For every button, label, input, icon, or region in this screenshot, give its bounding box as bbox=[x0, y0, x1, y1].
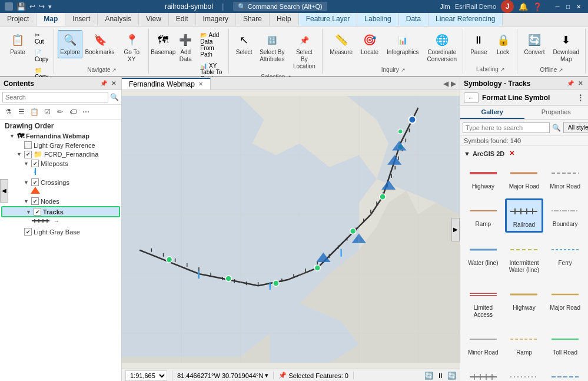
layer-light-gray-base[interactable]: ▶ ✔ Light Gray Base bbox=[0, 227, 121, 236]
checkbox-mileposts[interactable]: ✔ bbox=[31, 160, 39, 167]
tab-labeling[interactable]: Labeling bbox=[357, 13, 398, 26]
checkbox-light-gray-base[interactable]: ✔ bbox=[24, 228, 32, 236]
quick-access-save[interactable]: 💾 bbox=[16, 2, 26, 11]
quick-access-undo[interactable]: ↩ bbox=[29, 2, 35, 11]
locate-button[interactable]: 🎯 Locate bbox=[357, 30, 382, 58]
sym-left-collapse-button[interactable]: ◀ bbox=[0, 179, 8, 203]
sym-scroll-area[interactable]: ▼ ArcGIS 2D ✕ Highway bbox=[460, 146, 588, 381]
tab-share[interactable]: Share bbox=[236, 13, 270, 26]
tab-project[interactable]: Project bbox=[0, 13, 36, 26]
sym-search-input[interactable] bbox=[463, 122, 550, 133]
measure-button[interactable]: 📏 Measure bbox=[326, 30, 356, 58]
sym-group-expand-icon[interactable]: ▼ bbox=[464, 150, 470, 157]
expand-fcrd[interactable]: ▼ bbox=[16, 151, 22, 157]
sym-item-highway2[interactable]: Highway bbox=[505, 282, 544, 322]
explore-button[interactable]: 🔍 Explore bbox=[58, 30, 82, 58]
layer-fernandina-webmap[interactable]: ▼ 🗺 Fernandina Webmap bbox=[0, 131, 121, 141]
notification-icon[interactable]: 🔔 bbox=[519, 2, 528, 11]
contents-list-by-source[interactable]: 📋 bbox=[28, 106, 40, 118]
select-by-location-button[interactable]: 📌 Select ByLocation bbox=[289, 30, 320, 72]
sym-back-button[interactable]: ← bbox=[464, 92, 479, 103]
convert-button[interactable]: 🔄 Convert bbox=[521, 30, 549, 58]
basemap-button[interactable]: 🗺 Basemap bbox=[152, 30, 174, 58]
expand-crossings[interactable]: ▼ bbox=[24, 180, 29, 185]
sym-item-minor-road2[interactable]: Minor Road bbox=[464, 327, 503, 360]
sym-item-limited-access[interactable]: Limited Access bbox=[464, 282, 503, 322]
sym-item-major-road2[interactable]: Major Road bbox=[546, 282, 584, 322]
sym-item-major-road[interactable]: Major Road bbox=[505, 161, 544, 194]
tab-feature-layer[interactable]: Feature Layer bbox=[299, 13, 358, 26]
expand-tracks[interactable]: ▼ bbox=[26, 209, 32, 215]
add-data-from-path-button[interactable]: 📂 Add Data From Path bbox=[197, 30, 227, 59]
layer-crossings[interactable]: ▼ ✔ Crossings bbox=[0, 178, 121, 187]
map-rotate-icon[interactable]: 🔄 bbox=[424, 372, 433, 380]
tab-linear-referencing[interactable]: Linear Referencing bbox=[428, 13, 503, 26]
map-right-collapse-button[interactable]: ▶ bbox=[451, 218, 460, 241]
map-tab-fernandina[interactable]: Fernandina Webmap ✕ bbox=[122, 78, 211, 90]
paste-button[interactable]: 📋 Paste bbox=[5, 30, 31, 58]
navigate-expand[interactable]: ↗ bbox=[112, 67, 117, 73]
map-canvas[interactable] bbox=[122, 90, 460, 369]
maximize-button[interactable]: □ bbox=[563, 2, 573, 11]
sym-item-boundary2[interactable]: Boundary bbox=[505, 365, 544, 381]
sym-item-railroad2[interactable]: Railroad bbox=[464, 365, 503, 381]
add-data-button[interactable]: ➕ AddData bbox=[175, 30, 196, 65]
coordinate-button[interactable]: 🌐 CoordinateConversion bbox=[424, 30, 461, 65]
tab-help[interactable]: Help bbox=[270, 13, 299, 26]
pause-button[interactable]: ⏸ Pause bbox=[467, 30, 490, 58]
quick-access-redo[interactable]: ↪ bbox=[39, 2, 45, 11]
close-button[interactable]: ✕ bbox=[574, 2, 583, 11]
minimize-button[interactable]: ─ bbox=[553, 2, 562, 11]
contents-close-button[interactable]: ✕ bbox=[109, 79, 118, 88]
user-avatar[interactable]: J bbox=[501, 0, 514, 13]
inquiry-expand[interactable]: ↗ bbox=[401, 67, 406, 73]
layer-nodes[interactable]: ▼ ✔ Nodes bbox=[0, 197, 121, 206]
help-icon[interactable]: ❓ bbox=[533, 2, 542, 11]
sym-tab-gallery[interactable]: Gallery bbox=[460, 106, 524, 119]
sym-close-button[interactable]: ✕ bbox=[576, 79, 584, 88]
contents-list-by-editing[interactable]: ✏ bbox=[54, 106, 66, 118]
contents-search-input[interactable] bbox=[2, 92, 108, 102]
sym-item-minor-road[interactable]: Minor Road bbox=[546, 161, 584, 194]
sym-item-ramp2[interactable]: Ramp bbox=[505, 327, 544, 360]
labeling-expand[interactable]: ↗ bbox=[500, 67, 505, 72]
sym-item-railroad[interactable]: Railroad bbox=[505, 198, 544, 233]
scale-select[interactable]: 1:91,665 bbox=[125, 370, 167, 381]
sym-item-highway[interactable]: Highway bbox=[464, 161, 503, 194]
expand-fernandina[interactable]: ▼ bbox=[9, 133, 15, 139]
goto-xy-button[interactable]: 📍 Go To XY bbox=[117, 30, 146, 65]
tab-view[interactable]: View bbox=[139, 13, 169, 26]
copy-button[interactable]: 📄 Copy bbox=[32, 48, 51, 64]
sym-item-boundary[interactable]: Boundary bbox=[546, 198, 584, 233]
layer-fcrd-fernandina[interactable]: ▼ ✔ 📁 FCRD_Fernandina bbox=[0, 150, 121, 159]
contents-list-by-selection[interactable]: ☑ bbox=[41, 106, 53, 118]
layer-light-gray-ref[interactable]: ▶ Light Gray Reference bbox=[0, 141, 121, 150]
sym-pin-button[interactable]: 📌 bbox=[566, 79, 574, 88]
tab-edit[interactable]: Edit bbox=[169, 13, 196, 26]
cut-button[interactable]: ✂ Cut bbox=[32, 30, 51, 47]
quick-access-more[interactable]: ▾ bbox=[48, 3, 52, 11]
tab-data[interactable]: Data bbox=[399, 13, 428, 26]
lock-button[interactable]: 🔒 Lock bbox=[492, 30, 514, 58]
contents-pin-button[interactable]: 📌 bbox=[99, 79, 108, 88]
map-sync-icon[interactable]: 🔄 bbox=[447, 372, 456, 380]
map-pause-icon[interactable]: ⏸ bbox=[437, 372, 444, 380]
checkbox-crossings[interactable]: ✔ bbox=[31, 178, 39, 186]
select-by-attr-button[interactable]: 🔢 Select ByAttributes bbox=[257, 30, 288, 65]
offline-expand[interactable]: ↗ bbox=[559, 67, 563, 73]
tab-analysis[interactable]: Analysis bbox=[98, 13, 139, 26]
contents-more-button[interactable]: ⋯ bbox=[80, 106, 92, 118]
tab-insert[interactable]: Insert bbox=[65, 13, 98, 26]
sym-item-water-line2[interactable]: Water (line) bbox=[546, 365, 584, 381]
checkbox-fcrd[interactable]: ✔ bbox=[24, 151, 32, 158]
tab-imagery[interactable]: Imagery bbox=[196, 13, 236, 26]
infographics-button[interactable]: 📊 Infographics bbox=[383, 30, 422, 58]
map-collapse-right[interactable]: ▶ bbox=[451, 79, 456, 88]
checkbox-light-gray-ref[interactable] bbox=[24, 141, 32, 149]
sym-tab-properties[interactable]: Properties bbox=[524, 106, 589, 119]
contents-search-icon[interactable]: 🔍 bbox=[110, 93, 119, 101]
sym-item-toll-road[interactable]: Toll Road bbox=[546, 327, 584, 360]
bookmarks-button[interactable]: 🔖 Bookmarks bbox=[84, 30, 116, 58]
checkbox-tracks[interactable]: ✔ bbox=[34, 208, 41, 216]
layer-mileposts[interactable]: ▼ ✔ Mileposts bbox=[0, 159, 121, 168]
